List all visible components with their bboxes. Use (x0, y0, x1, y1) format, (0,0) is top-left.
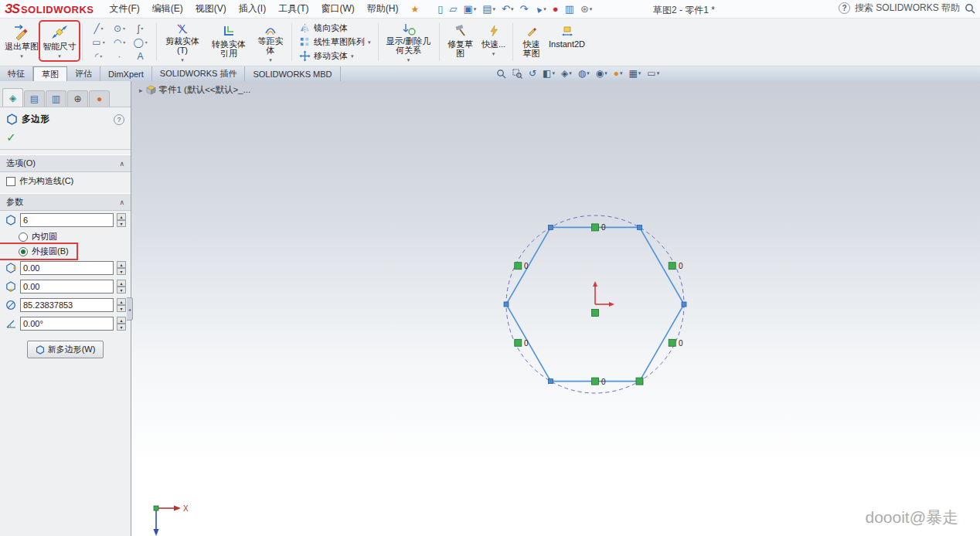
rapid-trim-button[interactable]: 快速... ▾ (478, 20, 509, 64)
ellipse-caret-icon[interactable]: ▾ (145, 39, 148, 45)
tree-expand-icon[interactable]: ▸ (139, 87, 143, 94)
save-button[interactable]: ▣▾ (461, 3, 478, 15)
line-caret-icon[interactable]: ▾ (101, 25, 104, 31)
feature-manager-tab[interactable]: ▤ (24, 90, 45, 107)
inscribed-circle-option[interactable]: 内切圆 (0, 229, 62, 244)
previous-view-button[interactable]: ↺ (529, 68, 536, 79)
fillet-tool-button[interactable]: ◜▾ (88, 49, 109, 63)
spin-down-icon[interactable]: ▾ (117, 220, 126, 227)
convert-entities-button[interactable]: 转换实体引用 (205, 20, 253, 64)
linear-pattern-caret-icon[interactable]: ▾ (368, 39, 371, 46)
vertex-handle[interactable] (549, 225, 553, 229)
circle-diameter-spinner[interactable]: ▴▾ (117, 298, 126, 312)
move-caret-icon[interactable]: ▾ (351, 53, 354, 59)
menu-item-file[interactable]: 文件(F) (104, 0, 146, 19)
rectangle-tool-button[interactable]: ▭▾ (88, 36, 109, 49)
help-icon[interactable]: ? (839, 2, 850, 14)
trim-entities-button[interactable]: 剪裁实体(T) ▾ (160, 20, 205, 64)
menu-pin-icon[interactable]: ★ (411, 4, 420, 15)
search-icon[interactable] (965, 3, 975, 14)
search-input[interactable]: 搜索 SOLIDWORKS 帮助 (855, 2, 960, 15)
menu-item-tools[interactable]: 工具(T) (272, 0, 315, 19)
tab-sketch[interactable]: 草图 (33, 66, 67, 81)
view-settings-button[interactable]: ▭▾ (647, 68, 659, 79)
tab-dimxpert[interactable]: DimXpert (100, 66, 152, 81)
options-collapse-icon[interactable]: ∧ (119, 160, 124, 168)
property-manager-tab[interactable]: ◈ (2, 88, 23, 107)
edit-appearance-button[interactable]: ●▾ (614, 68, 623, 79)
menu-item-help[interactable]: 帮助(H) (361, 0, 405, 19)
mirror-entities-button[interactable]: 镜向实体 (299, 22, 371, 34)
parameters-collapse-icon[interactable]: ∧ (119, 198, 124, 206)
circle-caret-icon[interactable]: ▾ (123, 25, 125, 31)
circumscribed-radio[interactable] (19, 247, 28, 256)
center-x-spinner[interactable]: ▴▾ (117, 261, 126, 275)
menu-item-edit[interactable]: 编辑(E) (146, 0, 189, 19)
relation-marker[interactable] (515, 339, 522, 346)
spin-down-icon[interactable]: ▾ (117, 305, 126, 312)
smart-dimension-button[interactable]: 智能尺寸 ▾ (40, 20, 79, 64)
angle-spinner[interactable]: ▴▾ (117, 317, 126, 331)
vertex-handle[interactable] (682, 302, 686, 307)
circle-diameter-input[interactable] (20, 298, 114, 312)
view-orientation-button[interactable]: ◈▾ (561, 68, 572, 79)
instant2d-button[interactable]: Instant2D (547, 20, 587, 64)
rectangle-caret-icon[interactable]: ▾ (103, 39, 105, 45)
angle-input[interactable] (20, 317, 114, 331)
feature-tree-root[interactable]: ▸ 零件1 (默认<<默认>_... (139, 84, 250, 96)
configuration-manager-tab[interactable]: ▥ (46, 90, 66, 107)
open-document-button[interactable]: ▱ (447, 3, 458, 15)
rebuild-button[interactable]: ● (551, 3, 560, 15)
arc-tool-button[interactable]: ◠▾ (109, 36, 130, 49)
circle-tool-button[interactable]: ⊙▾ (109, 22, 130, 36)
display-style-caret-icon[interactable]: ▾ (587, 70, 590, 76)
file-properties-button[interactable]: ▥ (563, 3, 576, 15)
trim-caret-icon[interactable]: ▾ (181, 56, 184, 65)
sketch-origin[interactable] (593, 281, 614, 307)
relation-marker[interactable] (592, 378, 599, 385)
arc-caret-icon[interactable]: ▾ (123, 39, 125, 45)
spin-up-icon[interactable]: ▴ (117, 317, 126, 324)
vertex-handle[interactable] (549, 379, 553, 384)
feature-tree-root-label[interactable]: 零件1 (默认<<默认>_... (159, 84, 251, 96)
tab-solidworks-addins[interactable]: SOLIDWORKS 插件 (152, 66, 246, 81)
scene-caret-icon[interactable]: ▾ (638, 70, 641, 76)
options-section-header[interactable]: 选项(O) ∧ (0, 154, 131, 172)
relation-marker[interactable] (669, 339, 675, 346)
linear-sketch-pattern-button[interactable]: 线性草图阵列 ▾ (299, 36, 371, 48)
display-delete-relations-button[interactable]: 显示/删除几何关系 ▾ (382, 20, 436, 64)
undo-caret-icon[interactable]: ▾ (511, 4, 514, 15)
undo-button[interactable]: ↶▾ (500, 3, 515, 15)
tab-evaluate[interactable]: 评估 (67, 66, 100, 81)
center-x-input[interactable] (20, 261, 114, 275)
display-manager-tab[interactable]: ● (89, 90, 110, 107)
spin-up-icon[interactable]: ▴ (117, 261, 126, 268)
repair-sketch-button[interactable]: 修复草图 (443, 20, 478, 64)
panel-splitter-handle[interactable]: ◂ (127, 297, 133, 321)
graphics-viewport[interactable]: 0 0 0 0 0 0 X (131, 81, 980, 536)
relation-marker[interactable] (592, 310, 599, 317)
select-button[interactable]: ▲▾ (533, 3, 547, 15)
spin-down-icon[interactable]: ▾ (117, 324, 126, 331)
hide-show-caret-icon[interactable]: ▾ (604, 70, 607, 76)
new-document-button[interactable]: ▯ (436, 3, 444, 15)
exit-sketch-button[interactable]: 退出草图 ▾ (3, 20, 40, 64)
print-caret-icon[interactable]: ▾ (493, 4, 496, 15)
parameters-section-header[interactable]: 参数 ∧ (0, 193, 131, 211)
relation-marker[interactable] (515, 263, 522, 270)
view-settings-caret-icon[interactable]: ▾ (657, 70, 660, 76)
redo-button[interactable]: ↷ (518, 3, 529, 15)
point-tool-button[interactable]: ∙ (109, 49, 130, 63)
circumscribed-circle-option[interactable]: 外接圆(B) (0, 244, 73, 259)
ellipse-tool-button[interactable]: ◯▾ (130, 36, 151, 49)
appearance-caret-icon[interactable]: ▾ (620, 70, 623, 76)
rapid-sketch-button[interactable]: 快速草图 (516, 20, 547, 64)
dimxpert-manager-tab[interactable]: ⊕ (67, 90, 88, 107)
tab-features[interactable]: 特征 (0, 66, 33, 81)
section-view-caret-icon[interactable]: ▾ (552, 70, 555, 76)
offset-entities-button[interactable]: 等距实体 ▾ (253, 20, 288, 64)
hide-show-items-button[interactable]: ◉▾ (596, 68, 607, 79)
spin-down-icon[interactable]: ▾ (117, 268, 126, 275)
spin-down-icon[interactable]: ▾ (117, 287, 126, 293)
line-tool-button[interactable]: ╱▾ (88, 22, 109, 36)
